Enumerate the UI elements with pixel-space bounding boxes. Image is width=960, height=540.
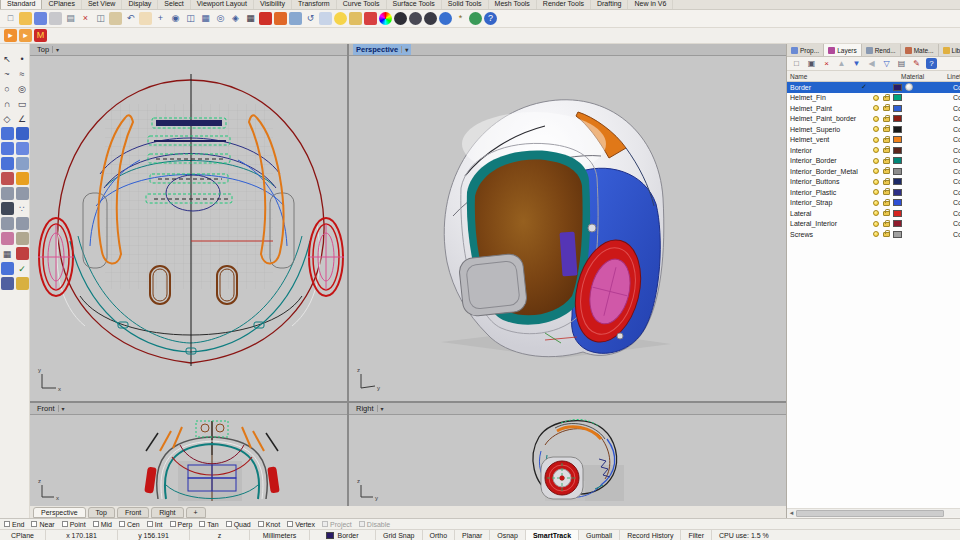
- layer-linetype[interactable]: Conti: [953, 178, 960, 185]
- palette-icon-trim[interactable]: [1, 202, 14, 215]
- palette-icon-fillet[interactable]: [1, 187, 14, 200]
- layer-name[interactable]: Interior_Strap: [790, 199, 832, 206]
- layer-name[interactable]: Lateral: [790, 210, 811, 217]
- osnap-checkbox[interactable]: Disable: [359, 521, 390, 528]
- layer-lock-icon[interactable]: [883, 232, 890, 237]
- toolbar-icon-options[interactable]: *: [454, 12, 467, 25]
- layer-tool-help[interactable]: ?: [926, 58, 937, 69]
- menu-tab[interactable]: Standard: [0, 0, 42, 9]
- layer-tool-move-left[interactable]: ◀: [866, 58, 877, 69]
- checkbox[interactable]: [287, 521, 293, 527]
- layer-lock-icon[interactable]: [883, 180, 890, 185]
- checkbox[interactable]: [93, 521, 99, 527]
- palette-icon-chamfer[interactable]: [16, 187, 29, 200]
- column-name[interactable]: Name: [790, 73, 807, 80]
- layer-color-swatch[interactable]: [893, 147, 902, 154]
- checkbox[interactable]: [258, 521, 264, 527]
- palette-icon-surface-plane[interactable]: [1, 127, 14, 140]
- layer-name[interactable]: Helmet_vent: [790, 136, 829, 143]
- layer-lock-icon[interactable]: [883, 106, 890, 111]
- layer-name[interactable]: Border: [790, 84, 811, 91]
- layer-lock-icon[interactable]: [883, 159, 890, 164]
- toolbar-icon-rotate-view[interactable]: ↺: [304, 12, 317, 25]
- menu-tab[interactable]: Transform: [292, 0, 337, 9]
- osnap-checkbox[interactable]: Tan: [199, 521, 218, 528]
- palette-icon-check[interactable]: ✓: [16, 262, 29, 275]
- toolbar-icon-zoom-selected[interactable]: ◎: [214, 12, 227, 25]
- palette-icon-curve-interp[interactable]: ≈: [16, 67, 29, 80]
- layer-visibility-bulb-icon[interactable]: [873, 200, 879, 206]
- layer-row-Helmet_Fin[interactable]: Helmet_Fin Conti: [787, 93, 960, 104]
- layer-lock-icon[interactable]: [883, 211, 890, 216]
- layer-name[interactable]: Lateral_Interior: [790, 220, 837, 227]
- layer-linetype[interactable]: Conti: [953, 105, 960, 112]
- osnap-checkbox[interactable]: Quad: [226, 521, 251, 528]
- toolbar-icon-undo[interactable]: ↶: [124, 12, 137, 25]
- layer-row-Lateral_Interior[interactable]: Lateral_Interior Conti: [787, 219, 960, 230]
- layer-lock-icon[interactable]: [883, 127, 890, 132]
- layer-tool-filter[interactable]: ▽: [881, 58, 892, 69]
- status-toggle[interactable]: Gumball: [579, 530, 620, 540]
- viewport-front[interactable]: Front ▾: [30, 403, 347, 506]
- layer-linetype[interactable]: Conti: [953, 189, 960, 196]
- layer-visibility-bulb-icon[interactable]: [873, 105, 879, 111]
- toolbar-icon-sphere-shaded[interactable]: [409, 12, 422, 25]
- palette-icon-box[interactable]: [1, 157, 14, 170]
- layer-color-swatch[interactable]: [893, 105, 902, 112]
- toolbar-icon-lock[interactable]: [349, 12, 362, 25]
- toolbar-icon-zoom-target[interactable]: ◈: [229, 12, 242, 25]
- layer-name[interactable]: Interior: [790, 147, 812, 154]
- layer-color-swatch[interactable]: [893, 136, 902, 143]
- layer-lock-icon[interactable]: [883, 222, 890, 227]
- checkbox[interactable]: [62, 521, 68, 527]
- toolbar-icon-shade[interactable]: [289, 12, 302, 25]
- toolbar-icon-new-file[interactable]: □: [4, 12, 17, 25]
- checkbox[interactable]: [322, 521, 328, 527]
- layer-tool-layer-tools[interactable]: ▤: [896, 58, 907, 69]
- layer-name[interactable]: Interior_Plastic: [790, 189, 836, 196]
- osnap-checkbox[interactable]: Project: [322, 521, 352, 528]
- status-toggle[interactable]: SmartTrack: [526, 530, 579, 540]
- checkbox[interactable]: [199, 521, 205, 527]
- panel-tab-materials[interactable]: Mate...: [901, 44, 939, 56]
- status-toggle[interactable]: Planar: [455, 530, 490, 540]
- layer-row-Interior_Buttons[interactable]: Interior_Buttons Conti: [787, 177, 960, 188]
- palette-icon-sweep[interactable]: [16, 142, 29, 155]
- layer-color-swatch[interactable]: [893, 210, 902, 217]
- layer-linetype[interactable]: Conti: [953, 157, 960, 164]
- toolbar-icon-copy[interactable]: ◫: [94, 12, 107, 25]
- viewport-top[interactable]: Top ▾: [30, 44, 347, 401]
- status-toggle[interactable]: Grid Snap: [376, 530, 423, 540]
- menu-tab[interactable]: CPlanes: [42, 0, 81, 9]
- layer-name[interactable]: Helmet_Superio: [790, 126, 840, 133]
- toolbar-icon-cut[interactable]: ×: [79, 12, 92, 25]
- panel-tab-libraries[interactable]: Libra...: [939, 44, 960, 56]
- layer-name[interactable]: Interior_Border: [790, 157, 837, 164]
- layer-row-Lateral[interactable]: Lateral Conti: [787, 208, 960, 219]
- layer-row-Helmet_Paint[interactable]: Helmet_Paint Conti: [787, 103, 960, 114]
- scrollbar-thumb[interactable]: [796, 510, 944, 517]
- toolbar-icon-sphere-matte[interactable]: [424, 12, 437, 25]
- toolbar-icon-sphere-dark[interactable]: [394, 12, 407, 25]
- layer-lock-icon[interactable]: [883, 169, 890, 174]
- layer-visibility-bulb-icon[interactable]: [873, 179, 879, 185]
- layer-visibility-bulb-icon[interactable]: [873, 158, 879, 164]
- palette-icon-tape[interactable]: [1, 232, 14, 245]
- toolbar-icon-render[interactable]: [259, 12, 272, 25]
- layer-name[interactable]: Helmet_Paint: [790, 105, 832, 112]
- status-toggle[interactable]: Osnap: [490, 530, 526, 540]
- menu-tab[interactable]: Mesh Tools: [489, 0, 537, 9]
- layer-row-Interior_Strap[interactable]: Interior_Strap Conti: [787, 198, 960, 209]
- layer-color-swatch[interactable]: [893, 157, 902, 164]
- toolbar-icon-color-wheel[interactable]: [379, 12, 392, 25]
- layer-row-Interior_Plastic[interactable]: Interior_Plastic Conti: [787, 187, 960, 198]
- layer-linetype[interactable]: Conti: [953, 210, 960, 217]
- layer-tool-new-layer[interactable]: □: [791, 58, 802, 69]
- panel-tab-layers[interactable]: Layers: [824, 44, 862, 56]
- layer-color-swatch[interactable]: [893, 220, 902, 227]
- layer-lock-icon[interactable]: [883, 201, 890, 206]
- layer-name[interactable]: Screws: [790, 231, 813, 238]
- menu-tab[interactable]: Set View: [82, 0, 123, 9]
- toolbar-icon-zoom-dynamic[interactable]: ◉: [169, 12, 182, 25]
- checkbox[interactable]: [31, 521, 37, 527]
